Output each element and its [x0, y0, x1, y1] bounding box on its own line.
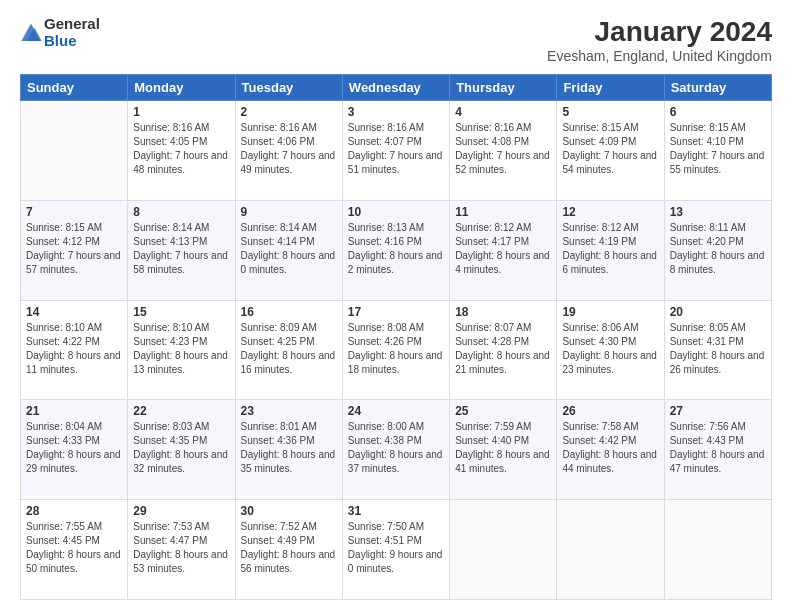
sunset-text: Sunset: 4:12 PM: [26, 236, 100, 247]
sunset-text: Sunset: 4:16 PM: [348, 236, 422, 247]
sunset-text: Sunset: 4:26 PM: [348, 336, 422, 347]
daylight-text: Daylight: 8 hours and 21 minutes.: [455, 350, 550, 375]
day-info: Sunrise: 8:04 AM Sunset: 4:33 PM Dayligh…: [26, 420, 122, 476]
day-info: Sunrise: 8:15 AM Sunset: 4:10 PM Dayligh…: [670, 121, 766, 177]
day-cell: 17 Sunrise: 8:08 AM Sunset: 4:26 PM Dayl…: [342, 300, 449, 400]
day-cell: 3 Sunrise: 8:16 AM Sunset: 4:07 PM Dayli…: [342, 101, 449, 201]
day-number: 7: [26, 205, 122, 219]
sunrise-text: Sunrise: 8:15 AM: [562, 122, 638, 133]
col-friday: Friday: [557, 75, 664, 101]
daylight-text: Daylight: 8 hours and 11 minutes.: [26, 350, 121, 375]
sunrise-text: Sunrise: 8:14 AM: [133, 222, 209, 233]
sunrise-text: Sunrise: 8:11 AM: [670, 222, 746, 233]
day-cell: 11 Sunrise: 8:12 AM Sunset: 4:17 PM Dayl…: [450, 200, 557, 300]
sunset-text: Sunset: 4:30 PM: [562, 336, 636, 347]
sunrise-text: Sunrise: 8:12 AM: [562, 222, 638, 233]
week-row-0: 1 Sunrise: 8:16 AM Sunset: 4:05 PM Dayli…: [21, 101, 772, 201]
sunset-text: Sunset: 4:07 PM: [348, 136, 422, 147]
sunrise-text: Sunrise: 7:52 AM: [241, 521, 317, 532]
day-info: Sunrise: 8:10 AM Sunset: 4:23 PM Dayligh…: [133, 321, 229, 377]
sunrise-text: Sunrise: 8:10 AM: [26, 322, 102, 333]
day-cell: 29 Sunrise: 7:53 AM Sunset: 4:47 PM Dayl…: [128, 500, 235, 600]
daylight-text: Daylight: 8 hours and 16 minutes.: [241, 350, 336, 375]
daylight-text: Daylight: 7 hours and 52 minutes.: [455, 150, 550, 175]
header: General Blue January 2024 Evesham, Engla…: [20, 16, 772, 64]
daylight-text: Daylight: 8 hours and 44 minutes.: [562, 449, 657, 474]
day-info: Sunrise: 7:58 AM Sunset: 4:42 PM Dayligh…: [562, 420, 658, 476]
day-number: 23: [241, 404, 337, 418]
day-number: 29: [133, 504, 229, 518]
day-cell: 13 Sunrise: 8:11 AM Sunset: 4:20 PM Dayl…: [664, 200, 771, 300]
day-cell: 16 Sunrise: 8:09 AM Sunset: 4:25 PM Dayl…: [235, 300, 342, 400]
day-info: Sunrise: 8:06 AM Sunset: 4:30 PM Dayligh…: [562, 321, 658, 377]
daylight-text: Daylight: 8 hours and 26 minutes.: [670, 350, 765, 375]
day-number: 22: [133, 404, 229, 418]
day-number: 26: [562, 404, 658, 418]
day-info: Sunrise: 8:16 AM Sunset: 4:08 PM Dayligh…: [455, 121, 551, 177]
day-info: Sunrise: 8:07 AM Sunset: 4:28 PM Dayligh…: [455, 321, 551, 377]
day-cell: 22 Sunrise: 8:03 AM Sunset: 4:35 PM Dayl…: [128, 400, 235, 500]
sunset-text: Sunset: 4:42 PM: [562, 435, 636, 446]
sunset-text: Sunset: 4:08 PM: [455, 136, 529, 147]
sunset-text: Sunset: 4:17 PM: [455, 236, 529, 247]
day-info: Sunrise: 7:59 AM Sunset: 4:40 PM Dayligh…: [455, 420, 551, 476]
day-info: Sunrise: 8:12 AM Sunset: 4:17 PM Dayligh…: [455, 221, 551, 277]
day-cell: 9 Sunrise: 8:14 AM Sunset: 4:14 PM Dayli…: [235, 200, 342, 300]
day-cell: 28 Sunrise: 7:55 AM Sunset: 4:45 PM Dayl…: [21, 500, 128, 600]
day-number: 13: [670, 205, 766, 219]
week-row-4: 28 Sunrise: 7:55 AM Sunset: 4:45 PM Dayl…: [21, 500, 772, 600]
daylight-text: Daylight: 8 hours and 6 minutes.: [562, 250, 657, 275]
day-number: 24: [348, 404, 444, 418]
daylight-text: Daylight: 8 hours and 18 minutes.: [348, 350, 443, 375]
week-row-2: 14 Sunrise: 8:10 AM Sunset: 4:22 PM Dayl…: [21, 300, 772, 400]
week-row-1: 7 Sunrise: 8:15 AM Sunset: 4:12 PM Dayli…: [21, 200, 772, 300]
sunrise-text: Sunrise: 8:03 AM: [133, 421, 209, 432]
day-number: 12: [562, 205, 658, 219]
daylight-text: Daylight: 8 hours and 56 minutes.: [241, 549, 336, 574]
sunrise-text: Sunrise: 8:15 AM: [26, 222, 102, 233]
day-cell: 31 Sunrise: 7:50 AM Sunset: 4:51 PM Dayl…: [342, 500, 449, 600]
daylight-text: Daylight: 8 hours and 32 minutes.: [133, 449, 228, 474]
sunset-text: Sunset: 4:09 PM: [562, 136, 636, 147]
daylight-text: Daylight: 8 hours and 13 minutes.: [133, 350, 228, 375]
day-cell: 5 Sunrise: 8:15 AM Sunset: 4:09 PM Dayli…: [557, 101, 664, 201]
day-number: 18: [455, 305, 551, 319]
day-number: 10: [348, 205, 444, 219]
day-cell: [450, 500, 557, 600]
daylight-text: Daylight: 8 hours and 47 minutes.: [670, 449, 765, 474]
day-number: 16: [241, 305, 337, 319]
sunrise-text: Sunrise: 8:09 AM: [241, 322, 317, 333]
daylight-text: Daylight: 8 hours and 35 minutes.: [241, 449, 336, 474]
daylight-text: Daylight: 7 hours and 48 minutes.: [133, 150, 228, 175]
day-number: 1: [133, 105, 229, 119]
day-info: Sunrise: 8:12 AM Sunset: 4:19 PM Dayligh…: [562, 221, 658, 277]
col-thursday: Thursday: [450, 75, 557, 101]
daylight-text: Daylight: 7 hours and 51 minutes.: [348, 150, 443, 175]
day-cell: 23 Sunrise: 8:01 AM Sunset: 4:36 PM Dayl…: [235, 400, 342, 500]
day-cell: [557, 500, 664, 600]
day-cell: [21, 101, 128, 201]
day-info: Sunrise: 8:14 AM Sunset: 4:14 PM Dayligh…: [241, 221, 337, 277]
daylight-text: Daylight: 8 hours and 0 minutes.: [241, 250, 336, 275]
day-number: 27: [670, 404, 766, 418]
sunset-text: Sunset: 4:43 PM: [670, 435, 744, 446]
week-row-3: 21 Sunrise: 8:04 AM Sunset: 4:33 PM Dayl…: [21, 400, 772, 500]
sunset-text: Sunset: 4:31 PM: [670, 336, 744, 347]
sunrise-text: Sunrise: 8:16 AM: [348, 122, 424, 133]
sunrise-text: Sunrise: 7:50 AM: [348, 521, 424, 532]
page: General Blue January 2024 Evesham, Engla…: [0, 0, 792, 612]
day-info: Sunrise: 8:03 AM Sunset: 4:35 PM Dayligh…: [133, 420, 229, 476]
sunset-text: Sunset: 4:51 PM: [348, 535, 422, 546]
sunset-text: Sunset: 4:13 PM: [133, 236, 207, 247]
logo-icon: [20, 22, 42, 44]
day-cell: 8 Sunrise: 8:14 AM Sunset: 4:13 PM Dayli…: [128, 200, 235, 300]
sunrise-text: Sunrise: 7:55 AM: [26, 521, 102, 532]
sunset-text: Sunset: 4:22 PM: [26, 336, 100, 347]
sunrise-text: Sunrise: 8:10 AM: [133, 322, 209, 333]
daylight-text: Daylight: 7 hours and 54 minutes.: [562, 150, 657, 175]
logo: General Blue: [20, 16, 100, 49]
daylight-text: Daylight: 7 hours and 57 minutes.: [26, 250, 121, 275]
day-cell: 12 Sunrise: 8:12 AM Sunset: 4:19 PM Dayl…: [557, 200, 664, 300]
sunrise-text: Sunrise: 8:01 AM: [241, 421, 317, 432]
sunrise-text: Sunrise: 8:16 AM: [241, 122, 317, 133]
